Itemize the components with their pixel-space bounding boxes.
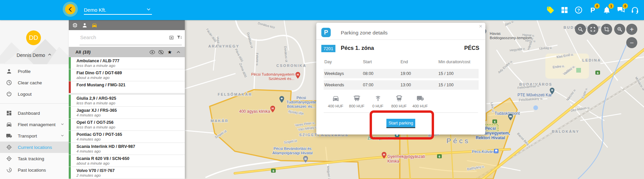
fullscreen-icon[interactable] [587, 24, 598, 35]
map-poi-label: Pécs-Külváros [472, 150, 497, 154]
back-button[interactable] [65, 4, 75, 14]
chat-icon[interactable]: 0 [616, 6, 625, 14]
notifications-icon[interactable]: 1 [602, 6, 611, 14]
vehicle-name: Volvo V70 / ISY-767 [76, 168, 115, 173]
sidebar-item-clear-cache[interactable]: Clear cache [0, 77, 69, 88]
map-district-label: BALOKÁNY [552, 129, 579, 133]
sidebar-item-logout[interactable]: Logout [0, 88, 69, 100]
vehicle-row[interactable]: Scania Interlink HD / BRV-9874 minutes a… [69, 143, 185, 155]
zoom-in-icon[interactable]: + [626, 24, 637, 35]
vehicle-price: 0 HUF [367, 95, 388, 108]
svg-text:6: 6 [439, 155, 440, 158]
map-poi-label: 400 ágyas klinika [239, 109, 270, 114]
sidebar-item-dashboard[interactable]: Dashboard [0, 107, 69, 119]
status-bar [69, 143, 71, 155]
map-poi-label: Pécsi [485, 126, 496, 131]
sidebar-item-current-locations[interactable]: Current locations [0, 142, 69, 153]
svg-text:6: 6 [273, 169, 274, 173]
status-bar [69, 69, 71, 81]
vehicle-last-seen: less than a minute ago [76, 125, 115, 129]
search-icon[interactable] [575, 24, 586, 35]
table-cell: 08:00 [363, 71, 400, 76]
collapse-group-icon[interactable] [175, 49, 181, 55]
user-icon[interactable] [82, 22, 88, 28]
map-poi-label: Szülészeti és... [269, 77, 294, 81]
sidebar-item-past-locations[interactable]: Past locations [0, 164, 69, 176]
notification-badge: 0 [623, 3, 628, 9]
bus-icon [352, 95, 362, 102]
car-icon[interactable] [92, 22, 97, 28]
vehicle-price: 800 HUF [346, 95, 367, 108]
vehicle-row[interactable]: Ambulance / ALB-777less than a minute ag… [69, 57, 185, 69]
vehicle-row[interactable]: Opel GT / OGT-256less than a minute ago [69, 119, 185, 131]
topbar-icon-group: ?P010 [546, 0, 639, 20]
search-row [69, 30, 185, 47]
favorites-icon[interactable]: ★ [167, 49, 173, 55]
route-shield: 6 [595, 71, 600, 75]
svg-text:H: H [383, 153, 385, 156]
vehicle-row[interactable]: Jaguar XJ / FRS-3654 minutes ago [69, 107, 185, 119]
start-parking-button[interactable]: Start parking [386, 119, 415, 128]
vehicle-name: Scania Interlink HD / BRV-987 [76, 144, 135, 149]
route-shield: 6 [437, 154, 442, 158]
price-label: 800 HUF [349, 104, 364, 108]
price-label: 400 HUF [412, 104, 428, 108]
svg-text:6: 6 [597, 71, 599, 75]
company-select[interactable]: Demo Kft. [84, 5, 152, 15]
zone-code-badge: 7201 [321, 45, 335, 52]
sidebar-item-transport[interactable]: Transport [0, 130, 69, 142]
sidebar-item-profile[interactable]: Profile [0, 66, 69, 77]
vehicle-name: Ford Mustang / FMG-321 [76, 83, 125, 87]
map-poi-label: Pécsi Tudományegyetem [251, 72, 294, 76]
zone-city: PÉCS [464, 45, 479, 51]
parking-icon[interactable]: P0 [588, 6, 597, 14]
vehicle-group-header[interactable]: All (10) ★ [69, 47, 185, 57]
vehicle-row[interactable]: Giulia 2,9 / ARG-925less than a minute a… [69, 95, 185, 107]
svg-text:H: H [297, 73, 299, 76]
sidebar: DD Dennis Demo ProfileClear cacheLogoutD… [0, 20, 69, 179]
crop-icon[interactable] [601, 24, 612, 35]
search-input[interactable] [79, 34, 158, 40]
clear-filter-icon[interactable] [169, 35, 174, 40]
divider [0, 103, 69, 104]
sidebar-item-task-tracking[interactable]: Task tracking [0, 153, 69, 164]
sidebar-header: DD Dennis Demo [0, 20, 69, 64]
zoom-out-icon[interactable]: − [626, 37, 637, 48]
hide-all-icon[interactable] [158, 49, 164, 55]
zoom-area-icon[interactable] [614, 24, 625, 35]
price-label: 400 HUF [328, 104, 343, 108]
vehicle-row[interactable]: Scania R 620 V8 / SCN-650about a minute … [69, 155, 185, 167]
vehicle-name: Jaguar XJ / FRS-365 [76, 108, 117, 113]
vehicle-panel-toolbar [69, 20, 185, 30]
table-header: Start [363, 60, 400, 67]
vehicle-price: 800 HUF [388, 95, 410, 108]
sidebar-item-fleet-management[interactable]: Fleet management [0, 119, 69, 130]
vehicle-row[interactable]: Pontiac GTO / PGT-1654 minutes ago [69, 131, 185, 143]
apps-icon[interactable] [560, 6, 569, 14]
map-area-poi-zone [545, 54, 589, 79]
vehicle-row[interactable]: Fiat Dino GT / DGT-689about a minute ago [69, 69, 185, 81]
user-menu-toggle[interactable]: Dennis Demo [0, 52, 69, 58]
vehicle-price: 400 HUF [410, 95, 431, 108]
chevron-left-icon [67, 6, 73, 12]
tag-icon[interactable] [546, 6, 555, 14]
vehicle-last-seen: less than a minute ago [76, 101, 115, 105]
close-icon[interactable]: × [479, 23, 482, 29]
filter-icon[interactable] [176, 35, 182, 40]
table-row: Weekends07:0013:0015 / 100 [324, 80, 479, 90]
table-cell: Weekends [324, 83, 363, 87]
sidebar-item-label: Dashboard [18, 111, 40, 116]
power-icon [6, 91, 12, 97]
chip-icon[interactable] [72, 22, 78, 28]
vehicle-row[interactable]: Ford Mustang / FMG-321 [69, 81, 185, 93]
sidebar-item-label: Clear cache [18, 80, 42, 85]
show-all-icon[interactable] [149, 49, 155, 55]
notification-badge: 1 [608, 3, 614, 9]
modal-title: Parking zone details [341, 30, 388, 36]
parking-modal-icon: P [321, 28, 331, 37]
status-bar [69, 107, 71, 118]
map-district-label: MAKÁR [211, 119, 228, 123]
support-icon[interactable] [631, 6, 639, 14]
help-icon[interactable]: ? [574, 6, 583, 14]
vehicle-row[interactable]: Volvo V70 / ISY-7672 minutes ago [69, 167, 185, 179]
